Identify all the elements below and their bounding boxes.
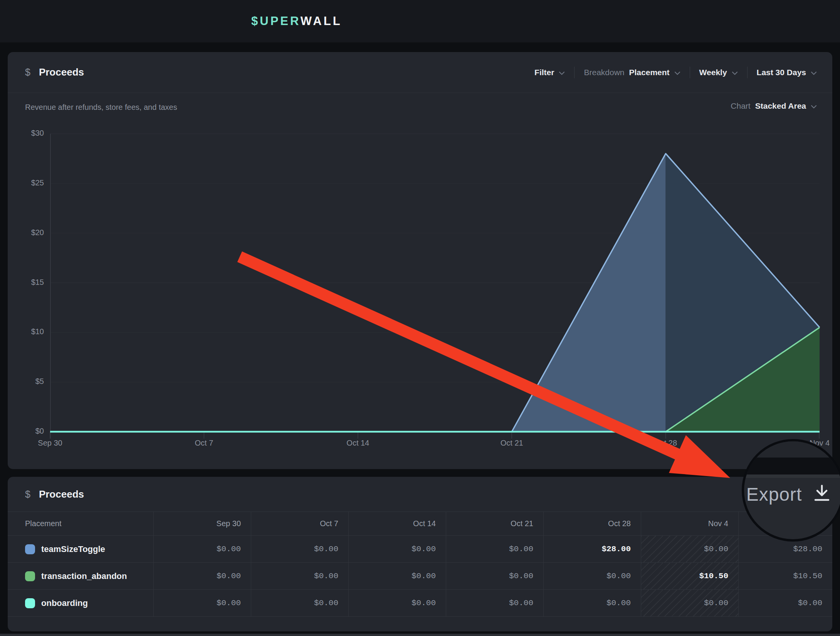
superwall-logo[interactable]: $UPERWALL	[251, 14, 342, 28]
column-header: Sep 30	[154, 511, 251, 536]
placement-cell: transaction_abandon	[8, 563, 154, 590]
x-axis-label: Oct 7	[177, 439, 231, 448]
placement-cell: onboarding	[8, 590, 154, 617]
chart-type-value: Stacked Area	[755, 101, 806, 111]
filter-label: Filter	[534, 68, 554, 77]
divider	[690, 67, 690, 78]
x-axis-label: Oct 21	[485, 439, 539, 448]
date-range-value: Last 30 Days	[757, 68, 806, 77]
proceeds-chart-panel: $ Proceeds Filter Breakdown Placement We…	[8, 52, 832, 469]
divider	[574, 67, 575, 78]
placement-name: teamSizeToggle	[41, 544, 105, 554]
column-header: Placement	[8, 511, 154, 536]
series-color-swatch	[25, 544, 35, 554]
dollar-icon: $	[25, 67, 30, 78]
topbar: $UPERWALL	[0, 0, 840, 42]
table-row: teamSizeToggle$0.00$0.00$0.00$0.00$28.00…	[8, 536, 832, 563]
chart-plot-area	[50, 134, 820, 440]
export-label: Export	[746, 484, 802, 505]
y-axis-label: $5	[15, 377, 44, 386]
table-title: Proceeds	[39, 488, 84, 500]
chevron-down-icon	[811, 101, 817, 111]
series-color-swatch	[25, 571, 35, 581]
breakdown-value: Placement	[629, 68, 670, 77]
interval-dropdown[interactable]: Weekly	[699, 68, 738, 77]
breakdown-label: Breakdown	[584, 68, 624, 77]
value-cell: $0.00	[641, 590, 739, 617]
dollar-icon: $	[25, 489, 30, 500]
total-cell: $10.50	[739, 563, 832, 590]
chevron-down-icon	[732, 68, 738, 77]
chevron-down-icon	[674, 68, 680, 77]
chart-panel-header: $ Proceeds Filter Breakdown Placement We…	[8, 52, 832, 93]
page-title: Proceeds	[39, 66, 84, 78]
chart-subtitle: Revenue after refunds, store fees, and t…	[25, 103, 177, 112]
placement-name: transaction_abandon	[41, 571, 127, 581]
column-header: Oct 7	[251, 511, 349, 536]
placement-name: onboarding	[41, 598, 88, 608]
value-cell: $0.00	[154, 590, 251, 617]
value-cell: $0.00	[446, 536, 544, 563]
value-cell: $0.00	[349, 590, 446, 617]
value-cell: $0.00	[446, 563, 544, 590]
value-cell: $28.00	[544, 536, 641, 563]
x-axis-label: Oct 14	[331, 439, 385, 448]
y-axis-label: $25	[15, 178, 44, 187]
column-header: Oct 21	[446, 511, 544, 536]
series-color-swatch	[25, 598, 35, 608]
table-header-row: PlacementSep 30Oct 7Oct 14Oct 21Oct 28No…	[8, 511, 832, 536]
date-range-dropdown[interactable]: Last 30 Days	[757, 68, 817, 77]
table-row: transaction_abandon$0.00$0.00$0.00$0.00$…	[8, 563, 832, 590]
filter-dropdown[interactable]: Filter	[534, 68, 565, 77]
cutoff-content-strip	[0, 634, 840, 636]
value-cell: $0.00	[251, 590, 349, 617]
logo-prefix: $UPER	[251, 14, 301, 28]
divider	[747, 67, 748, 78]
chevron-down-icon	[811, 68, 817, 77]
interval-value: Weekly	[699, 68, 727, 77]
value-cell: $0.00	[446, 590, 544, 617]
value-cell: $0.00	[251, 563, 349, 590]
value-cell: $0.00	[349, 563, 446, 590]
zoom-annotation-circle: Export	[742, 439, 840, 542]
column-header: Oct 14	[349, 511, 446, 536]
value-cell: $0.00	[641, 536, 739, 563]
column-header: Oct 28	[544, 511, 641, 536]
x-axis-label: Sep 30	[23, 439, 77, 448]
value-cell: $0.00	[544, 563, 641, 590]
value-cell: $0.00	[154, 563, 251, 590]
placement-cell: teamSizeToggle	[8, 536, 154, 563]
chart-type-label: Chart	[731, 101, 750, 111]
chart-type-dropdown[interactable]: Chart Stacked Area	[731, 101, 817, 111]
value-cell: $10.50	[641, 563, 739, 590]
chevron-down-icon	[559, 68, 565, 77]
value-cell: $0.00	[251, 536, 349, 563]
download-icon	[813, 484, 830, 504]
proceeds-table-panel: $ Proceeds PlacementSep 30Oct 7Oct 14Oct…	[8, 477, 832, 631]
value-cell: $0.00	[349, 536, 446, 563]
value-cell: $0.00	[154, 536, 251, 563]
table-row: onboarding$0.00$0.00$0.00$0.00$0.00$0.00…	[8, 590, 832, 617]
y-axis-label: $10	[15, 327, 44, 336]
y-axis-label: $30	[15, 129, 44, 138]
proceeds-table: PlacementSep 30Oct 7Oct 14Oct 21Oct 28No…	[8, 511, 832, 617]
column-header: Nov 4	[641, 511, 739, 536]
logo-suffix: WALL	[301, 14, 342, 28]
y-axis-label: $15	[15, 278, 44, 287]
table-panel-header: $ Proceeds	[8, 477, 832, 511]
breakdown-dropdown[interactable]: Breakdown Placement	[584, 68, 680, 77]
x-axis-label: Oct 28	[639, 439, 693, 448]
total-cell: $0.00	[739, 590, 832, 617]
y-axis-label: $20	[15, 228, 44, 237]
y-axis-label: $0	[15, 427, 44, 436]
value-cell: $0.00	[544, 590, 641, 617]
